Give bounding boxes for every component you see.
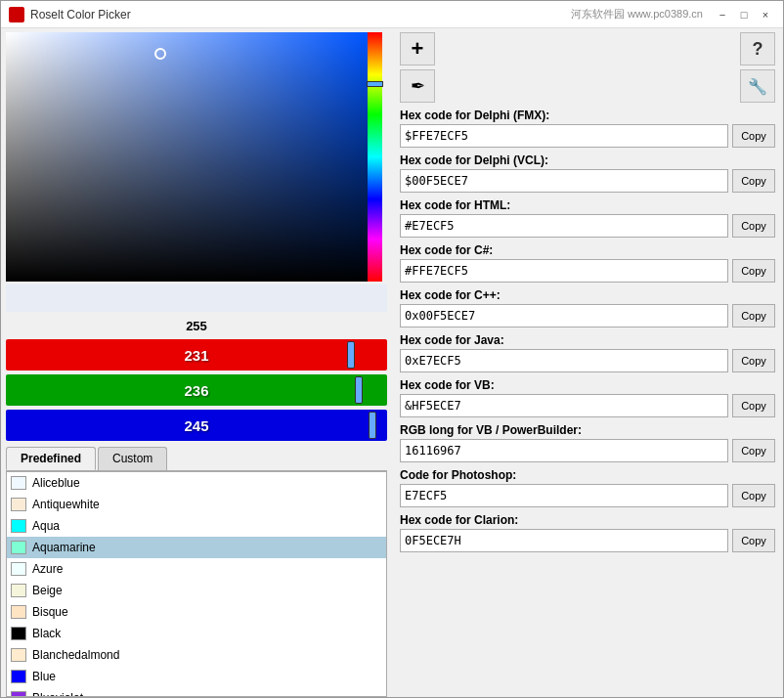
red-value: 231 xyxy=(184,347,208,364)
code-row: Hex code for Clarion:Copy xyxy=(400,513,775,552)
code-label: Hex code for VB: xyxy=(400,378,775,392)
color-picker-canvas[interactable] xyxy=(6,32,382,282)
code-input[interactable] xyxy=(400,349,728,372)
list-item[interactable]: Aqua xyxy=(7,515,386,537)
color-name: Aquamarine xyxy=(32,541,96,554)
window-controls: − □ × xyxy=(713,6,775,23)
tab-predefined[interactable]: Predefined xyxy=(6,447,96,470)
copy-button[interactable]: Copy xyxy=(732,349,775,372)
main-window: Roselt Color Picker 河东软件园 www.pc0389.cn … xyxy=(0,0,784,698)
color-preview-checker xyxy=(6,284,387,312)
color-swatch xyxy=(11,562,26,576)
copy-button[interactable]: Copy xyxy=(732,214,775,238)
copy-button[interactable]: Copy xyxy=(732,304,775,327)
list-item[interactable]: Azure xyxy=(7,558,386,580)
color-swatch xyxy=(11,519,26,533)
code-label: Code for Photoshop: xyxy=(400,468,775,482)
code-label: RGB long for VB / PowerBuilder: xyxy=(400,423,775,437)
picker-cursor xyxy=(154,48,166,60)
color-name: Azure xyxy=(32,562,63,576)
alpha-row: 255 xyxy=(6,314,387,337)
list-item[interactable]: Black xyxy=(7,623,386,644)
list-item[interactable]: Antiquewhite xyxy=(7,494,386,515)
code-label: Hex code for HTML: xyxy=(400,198,775,212)
code-input[interactable] xyxy=(400,529,728,552)
list-item[interactable]: Beige xyxy=(7,580,386,601)
code-row: Hex code for C#:Copy xyxy=(400,243,775,283)
code-row: Code for Photoshop:Copy xyxy=(400,468,775,507)
left-panel: 255 231 236 245 xyxy=(1,28,392,697)
maximize-button[interactable]: □ xyxy=(734,6,754,23)
list-item[interactable]: Blanchedalmond xyxy=(7,644,386,666)
copy-button[interactable]: Copy xyxy=(732,439,775,462)
code-label: Hex code for C#: xyxy=(400,243,775,257)
green-slider-thumb[interactable] xyxy=(355,376,363,404)
color-swatch xyxy=(11,627,26,640)
color-name: Blanchedalmond xyxy=(32,648,119,662)
eyedropper-button[interactable]: ✒ xyxy=(400,69,435,103)
color-swatch xyxy=(11,476,26,490)
color-list[interactable]: AliceblueAntiquewhiteAquaAquamarineAzure… xyxy=(6,471,387,697)
color-name: Beige xyxy=(32,584,63,597)
code-label: Hex code for Delphi (VCL): xyxy=(400,153,775,167)
list-item[interactable]: Aliceblue xyxy=(7,472,386,494)
color-name: Blueviolet xyxy=(32,691,83,697)
code-input[interactable] xyxy=(400,484,728,507)
code-input[interactable] xyxy=(400,214,728,238)
list-item[interactable]: Bisque xyxy=(7,601,386,623)
color-swatch xyxy=(11,584,26,597)
code-row: Hex code for HTML:Copy xyxy=(400,198,775,238)
watermark: 河东软件园 www.pc0389.cn xyxy=(571,7,703,22)
tab-custom[interactable]: Custom xyxy=(98,447,167,470)
add-color-button[interactable]: + xyxy=(400,32,435,65)
code-input[interactable] xyxy=(400,124,728,148)
app-logo xyxy=(9,7,24,22)
code-input[interactable] xyxy=(400,304,728,327)
color-name: Aliceblue xyxy=(32,476,80,490)
copy-button[interactable]: Copy xyxy=(732,124,775,148)
code-row: Hex code for Java:Copy xyxy=(400,333,775,372)
help-button[interactable]: ? xyxy=(740,32,775,65)
color-swatch xyxy=(11,670,26,683)
blue-slider-row[interactable]: 245 xyxy=(6,410,387,441)
color-list-container: AliceblueAntiquewhiteAquaAquamarineAzure… xyxy=(6,471,387,697)
color-name: Blue xyxy=(32,670,56,683)
copy-button[interactable]: Copy xyxy=(732,259,775,283)
title-bar: Roselt Color Picker 河东软件园 www.pc0389.cn … xyxy=(1,1,783,28)
code-row: Hex code for VB:Copy xyxy=(400,378,775,417)
copy-button[interactable]: Copy xyxy=(732,529,775,552)
copy-button[interactable]: Copy xyxy=(732,484,775,507)
color-name: Bisque xyxy=(32,605,68,619)
code-input[interactable] xyxy=(400,169,728,193)
hue-bar[interactable] xyxy=(368,32,382,282)
color-swatch xyxy=(11,605,26,619)
main-content: 255 231 236 245 xyxy=(1,28,783,697)
hue-slider[interactable] xyxy=(367,81,383,87)
copy-button[interactable]: Copy xyxy=(732,169,775,193)
code-row: Hex code for Delphi (FMX):Copy xyxy=(400,109,775,148)
code-label: Hex code for C++: xyxy=(400,288,775,302)
alpha-value: 255 xyxy=(6,319,387,333)
green-value: 236 xyxy=(184,382,208,399)
code-row: Hex code for Delphi (VCL):Copy xyxy=(400,153,775,193)
list-item[interactable]: Aquamarine xyxy=(7,537,386,558)
code-label: Hex code for Java: xyxy=(400,333,775,347)
settings-button[interactable]: 🔧 xyxy=(740,69,775,103)
red-slider-row[interactable]: 231 xyxy=(6,339,387,371)
list-item[interactable]: Blueviolet xyxy=(7,687,386,697)
copy-button[interactable]: Copy xyxy=(732,394,775,417)
green-slider-row[interactable]: 236 xyxy=(6,374,387,406)
blue-slider-thumb[interactable] xyxy=(369,412,376,439)
color-swatch xyxy=(11,498,26,511)
code-input[interactable] xyxy=(400,439,728,462)
list-item[interactable]: Blue xyxy=(7,666,386,687)
red-slider-thumb[interactable] xyxy=(347,341,355,369)
minimize-button[interactable]: − xyxy=(713,6,732,23)
close-button[interactable]: × xyxy=(756,6,775,23)
code-row: Hex code for C++:Copy xyxy=(400,288,775,327)
right-top-buttons: + ✒ ? 🔧 xyxy=(400,32,775,103)
color-preview-row xyxy=(6,284,387,312)
color-swatch xyxy=(11,648,26,662)
code-input[interactable] xyxy=(400,259,728,283)
code-input[interactable] xyxy=(400,394,728,417)
